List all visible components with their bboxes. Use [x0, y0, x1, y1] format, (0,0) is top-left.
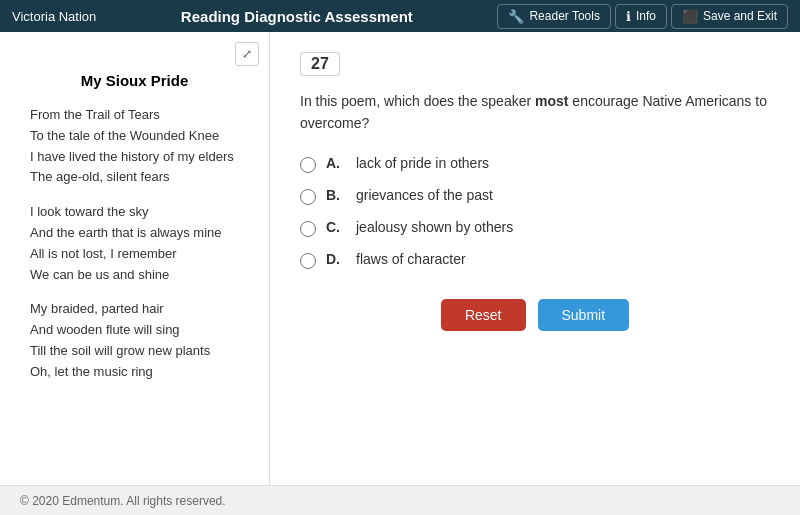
poem-stanza: My braided, parted hairAnd wooden flute … [30, 299, 239, 382]
poem-line: Till the soil will grow new plants [30, 343, 210, 358]
answer-option[interactable]: D.flaws of character [300, 251, 770, 269]
poem-line: Oh, let the music ring [30, 364, 153, 379]
poem-stanza: From the Trail of TearsTo the tale of th… [30, 105, 239, 188]
submit-button[interactable]: Submit [538, 299, 630, 331]
right-panel: 27 In this poem, which does the speaker … [270, 32, 800, 485]
main-content: ⤢ My Sioux Pride From the Trail of Tears… [0, 32, 800, 485]
answer-radio-d[interactable] [300, 253, 316, 269]
answer-letter: B. [326, 187, 340, 203]
answer-text: jealousy shown by others [356, 219, 513, 235]
answer-options: A.lack of pride in othersB.grievances of… [300, 155, 770, 269]
answer-letter: A. [326, 155, 340, 171]
question-text-before: In this poem, which does the speaker [300, 93, 535, 109]
info-label: Info [636, 9, 656, 23]
poem-line: We can be us and shine [30, 267, 169, 282]
question-emphasis: most [535, 93, 568, 109]
answer-text: grievances of the past [356, 187, 493, 203]
poem-line: From the Trail of Tears [30, 107, 160, 122]
expand-button[interactable]: ⤢ [235, 42, 259, 66]
reader-tools-icon: 🔧 [508, 9, 524, 24]
poem-line: And wooden flute will sing [30, 322, 180, 337]
answer-text: lack of pride in others [356, 155, 489, 171]
answer-option[interactable]: B.grievances of the past [300, 187, 770, 205]
header-tools: 🔧 Reader Tools ℹ Info ⬛ Save and Exit [497, 4, 788, 29]
left-panel: ⤢ My Sioux Pride From the Trail of Tears… [0, 32, 270, 485]
poem-line: I have lived the history of my elders [30, 149, 234, 164]
answer-letter: C. [326, 219, 340, 235]
answer-letter: D. [326, 251, 340, 267]
answer-option[interactable]: C.jealousy shown by others [300, 219, 770, 237]
header-title: Reading Diagnostic Assessment [96, 8, 497, 25]
poem-stanzas: From the Trail of TearsTo the tale of th… [30, 105, 239, 383]
info-button[interactable]: ℹ Info [615, 4, 667, 29]
poem-stanza: I look toward the skyAnd the earth that … [30, 202, 239, 285]
poem-line: To the tale of the Wounded Knee [30, 128, 219, 143]
poem-line: And the earth that is always mine [30, 225, 222, 240]
reset-button[interactable]: Reset [441, 299, 526, 331]
reader-tools-label: Reader Tools [529, 9, 600, 23]
poem-line: All is not lost, I remember [30, 246, 177, 261]
buttons-row: Reset Submit [300, 299, 770, 331]
answer-option[interactable]: A.lack of pride in others [300, 155, 770, 173]
poem-title: My Sioux Pride [30, 72, 239, 89]
poem-line: The age-old, silent fears [30, 169, 169, 184]
save-exit-icon: ⬛ [682, 9, 698, 24]
poem-line: I look toward the sky [30, 204, 149, 219]
poem-line: My braided, parted hair [30, 301, 164, 316]
answer-text: flaws of character [356, 251, 466, 267]
footer-copyright: © 2020 Edmentum. All rights reserved. [20, 494, 226, 508]
info-icon: ℹ [626, 9, 631, 24]
answer-radio-c[interactable] [300, 221, 316, 237]
reader-tools-button[interactable]: 🔧 Reader Tools [497, 4, 611, 29]
footer: © 2020 Edmentum. All rights reserved. [0, 485, 800, 515]
save-exit-button[interactable]: ⬛ Save and Exit [671, 4, 788, 29]
save-exit-label: Save and Exit [703, 9, 777, 23]
question-text: In this poem, which does the speaker mos… [300, 90, 770, 135]
header-username: Victoria Nation [12, 9, 96, 24]
question-number: 27 [300, 52, 340, 76]
header: Victoria Nation Reading Diagnostic Asses… [0, 0, 800, 32]
answer-radio-b[interactable] [300, 189, 316, 205]
answer-radio-a[interactable] [300, 157, 316, 173]
